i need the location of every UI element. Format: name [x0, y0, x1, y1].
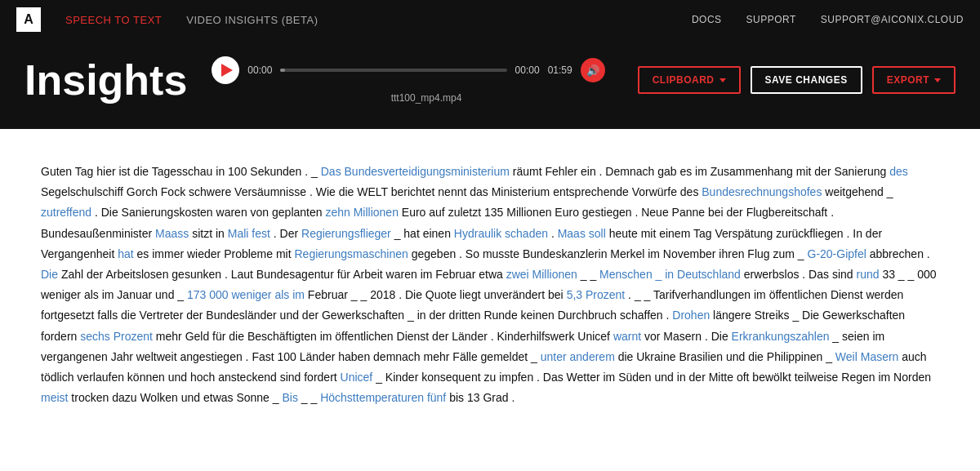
highlight-mali-fest[interactable]: Mali fest — [228, 227, 270, 240]
header-left: A SPEECH TO TEXT VIDEO INSIGHTS (BETA) — [16, 7, 318, 32]
play-button[interactable] — [212, 56, 239, 84]
highlight-bundesverteidigung[interactable]: Das Bundesverteidigungsministerium — [321, 165, 510, 178]
player-controls: 00:00 00:00 01:59 🔊 ttt100_mp4.mp4 — [212, 56, 604, 104]
clipboard-button[interactable]: CLIPBOARD — [638, 66, 741, 94]
transcript-paragraph: Guten Tag hier ist die Tagesschau in 100… — [41, 162, 939, 408]
highlight-zehn-millionen[interactable]: zehn Millionen — [325, 206, 399, 219]
player-section: Insights 00:00 00:00 01:59 🔊 ttt100_mp4.… — [0, 39, 980, 129]
action-buttons: CLIPBOARD SAVE CHANGES EXPORT — [638, 66, 956, 94]
highlight-menschen-deutschland[interactable]: Menschen _ in Deutschland — [599, 268, 741, 281]
filename: ttt100_mp4.mp4 — [391, 92, 462, 104]
highlight-erkrankungszahlen[interactable]: Erkrankungszahlen — [732, 330, 830, 343]
time-current: 00:00 — [515, 64, 540, 76]
highlight-meist[interactable]: meist — [41, 391, 68, 404]
main-header: A SPEECH TO TEXT VIDEO INSIGHTS (BETA) D… — [0, 0, 980, 39]
highlight-maas-soll[interactable]: Maas soll — [558, 227, 606, 240]
highlight-warnt[interactable]: warnt — [613, 330, 641, 343]
transcript-section: Guten Tag hier ist die Tagesschau in 100… — [0, 129, 980, 441]
volume-icon: 🔊 — [586, 64, 599, 77]
time-start: 00:00 — [247, 64, 272, 76]
highlight-bis[interactable]: Bis — [282, 391, 297, 404]
nav-email[interactable]: SUPPORT@AICONIX.CLOUD — [821, 14, 964, 25]
nav-speech-to-text[interactable]: SPEECH TO TEXT — [65, 14, 162, 26]
highlight-53-prozent[interactable]: 5,3 Prozent — [567, 288, 626, 301]
logo[interactable]: A — [16, 7, 41, 32]
highlight-maass[interactable]: Maass — [155, 227, 189, 240]
save-changes-button[interactable]: SAVE CHANGES — [751, 66, 862, 94]
highlight-unicef[interactable]: Unicef — [341, 371, 373, 384]
progress-track[interactable] — [280, 69, 506, 72]
highlight-173000[interactable]: 173 000 weniger als im — [187, 288, 305, 301]
header-right: DOCS SUPPORT SUPPORT@AICONIX.CLOUD — [692, 14, 964, 25]
progress-fill — [280, 69, 285, 72]
volume-button[interactable]: 🔊 — [581, 58, 605, 82]
highlight-drohen[interactable]: Drohen — [672, 309, 710, 322]
highlight-zutreffend[interactable]: zutreffend — [41, 206, 91, 219]
highlight-bundesrechnungshofes[interactable]: Bundesrechnungshofes — [702, 185, 822, 198]
highlight-hydraulik[interactable]: Hydraulik schaden — [454, 227, 548, 240]
highlight-hoechsttemperaturen[interactable]: Höchsttemperaturen fünf — [320, 391, 446, 404]
highlight-regierungsmaschinen[interactable]: Regierungsmaschinen — [295, 247, 408, 260]
nav-support[interactable]: SUPPORT — [746, 14, 796, 25]
highlight-g20[interactable]: G-20-Gipfel — [808, 247, 866, 260]
nav-docs[interactable]: DOCS — [692, 14, 722, 25]
nav-video-insights[interactable]: VIDEO INSIGHTS (BETA) — [186, 14, 318, 26]
player-bar-row: 00:00 00:00 01:59 🔊 — [212, 56, 604, 84]
export-chevron-icon — [934, 78, 941, 82]
highlight-die[interactable]: Die — [41, 268, 58, 281]
player-top: Insights 00:00 00:00 01:59 🔊 ttt100_mp4.… — [24, 56, 956, 104]
highlight-zwei-millionen[interactable]: zwei Millionen — [506, 268, 577, 281]
play-icon — [221, 64, 233, 77]
page-title: Insights — [24, 56, 187, 104]
highlight-hat[interactable]: hat — [118, 247, 133, 260]
export-button[interactable]: EXPORT — [872, 66, 956, 94]
highlight-sechs-prozent[interactable]: sechs Prozent — [80, 330, 153, 343]
time-total: 01:59 — [548, 64, 572, 76]
highlight-rund[interactable]: rund — [856, 268, 879, 281]
highlight-unter-anderem[interactable]: unter anderem — [541, 350, 615, 363]
highlight-des[interactable]: des — [889, 165, 908, 178]
filename-row: ttt100_mp4.mp4 — [247, 92, 604, 104]
highlight-weil-masern[interactable]: Weil Masern — [835, 350, 899, 363]
transcript-text: Guten Tag hier ist die Tagesschau in 100… — [41, 162, 939, 408]
clipboard-chevron-icon — [719, 78, 726, 82]
highlight-regierungsflieger[interactable]: Regierungsflieger — [301, 227, 391, 240]
